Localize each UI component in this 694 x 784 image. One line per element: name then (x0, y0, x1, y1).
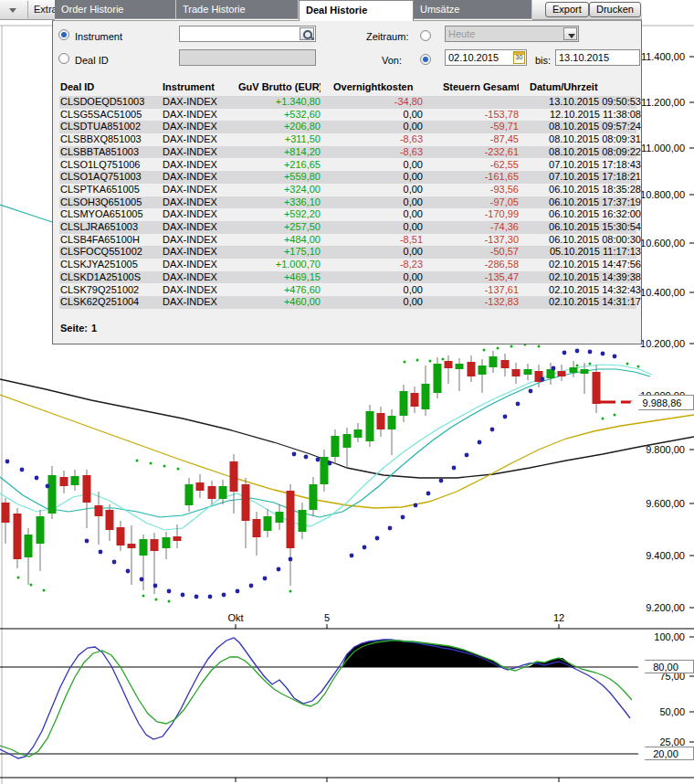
cell: -135,47 (443, 271, 519, 284)
table-row[interactable]: CLSMYOA651005DAX-INDEX+592,200,00-170,99… (59, 208, 636, 221)
column-header[interactable]: Deal ID (60, 81, 161, 94)
table-row[interactable]: CLSBBXQ851003DAX-INDEX+311,50-8,63-87,45… (59, 133, 636, 146)
tab-trade-historie[interactable]: Trade Historie (176, 0, 299, 19)
cell: 0,00 (333, 121, 423, 133)
cell: CLSOH3Q651005 (60, 196, 161, 209)
indicator-axis-label: 25,00 (630, 736, 685, 747)
deal-id-input[interactable] (179, 49, 316, 66)
table-row[interactable]: CLSDOEQD51003DAX-INDEX+1.340,80-34,8013.… (59, 96, 636, 109)
deal-id-radio[interactable] (58, 53, 69, 64)
table-row[interactable]: CLSK62Q251004DAX-INDEX+460,000,00-132,83… (59, 296, 636, 309)
instrument-radio[interactable] (58, 29, 69, 40)
cell: +532,60 (238, 109, 321, 122)
cell: 06.10.2015 17:37:19 (530, 196, 641, 209)
indicator-80-value: 80,00 (653, 662, 678, 673)
toolbar-dropdown-button[interactable] (0, 1, 28, 18)
column-header[interactable]: GuV Brutto (EUR) (238, 81, 321, 94)
table-row[interactable]: CLSO1AQ751003DAX-INDEX+559,800,00-161,65… (59, 171, 636, 184)
drucken-button[interactable]: Drucken (589, 2, 641, 17)
cell: -153,78 (443, 109, 519, 122)
cell: +1.000,70 (238, 259, 321, 271)
cell: DAX-INDEX (163, 271, 236, 284)
cell: 0,00 (333, 246, 423, 259)
von-label: Von: (382, 55, 402, 66)
cell: CLSDOEQD51003 (60, 96, 161, 109)
cell: 0,00 (333, 296, 423, 309)
cell: +484,00 (238, 234, 321, 247)
table-row[interactable]: CLSO1LQ751006DAX-INDEX+216,650,00-62,550… (59, 159, 636, 172)
cell: 06.10.2015 15:30:54 (530, 221, 641, 234)
table-row[interactable]: CLSLJRA651003DAX-INDEX+257,500,00-74,360… (59, 221, 636, 234)
zeitraum-value: Heute (448, 28, 475, 39)
table-row[interactable]: CLSB4FA65100HDAX-INDEX+484,00-8,51-137,3… (59, 234, 636, 247)
von-radio[interactable] (420, 54, 431, 65)
cell: CLSB4FA65100H (60, 234, 161, 247)
cell: 0,00 (333, 221, 423, 234)
pager-label: Seite: (60, 323, 88, 334)
search-button[interactable] (300, 27, 314, 40)
cell: 07.10.2015 17:18:43 (530, 159, 641, 172)
bis-label: bis: (535, 55, 551, 66)
cell: -97,05 (443, 196, 519, 209)
cell: 0,00 (333, 184, 423, 196)
cell: 0,00 (333, 208, 423, 221)
tab-order-historie[interactable]: Order Historie (55, 0, 176, 19)
table-row[interactable]: CLSOH3Q651005DAX-INDEX+336,100,00-97,050… (59, 196, 636, 209)
cell: 08.10.2015 08:09:31 (530, 133, 641, 146)
table-row[interactable]: CLSKJYA251005DAX-INDEX+1.000,70-8,23-286… (59, 259, 636, 271)
table-header-row: Deal IDInstrumentGuV Brutto (EUR)Overnig… (59, 81, 636, 94)
cell: 0,00 (333, 159, 423, 172)
zeitraum-select[interactable]: Heute (445, 26, 579, 42)
cell: DAX-INDEX (163, 221, 236, 234)
cell: CLSBBTA851003 (60, 146, 161, 159)
cell: +469,15 (238, 271, 321, 284)
table-row[interactable]: CLSKD1A25100SDAX-INDEX+469,150,00-135,47… (59, 271, 636, 284)
cell: DAX-INDEX (163, 234, 236, 247)
zeitraum-label: Zeitraum: (366, 31, 408, 42)
table-row[interactable]: CLSG5SAC51005DAX-INDEX+532,600,00-153,78… (59, 109, 636, 122)
indicator-axis-label: 100,00 (630, 631, 685, 642)
cell: -50,57 (443, 246, 519, 259)
tab-ums-tze[interactable]: Umsätze (414, 0, 532, 19)
cell: DAX-INDEX (163, 184, 236, 196)
cell: 0,00 (333, 284, 423, 297)
calendar-icon[interactable]: 30 (513, 51, 525, 64)
cell: 02.10.2015 14:39:38 (530, 271, 641, 284)
cell: CLSPTKA651005 (60, 184, 161, 196)
cell: -59,71 (443, 121, 519, 133)
cell: DAX-INDEX (163, 196, 236, 209)
cell: CLSK79Q251002 (60, 284, 161, 297)
price-axis-label: 9.400,00 (630, 550, 685, 561)
table-row[interactable]: CLSFOCQ551002DAX-INDEX+175,100,00-50,570… (59, 246, 636, 259)
table-row[interactable]: CLSK79Q251002DAX-INDEX+476,600,00-137,61… (59, 284, 636, 297)
cell: CLSDTUA851002 (60, 121, 161, 133)
cell: CLSMYOA651005 (60, 208, 161, 221)
cell: CLSFOCQ551002 (60, 246, 161, 259)
tab-deal-historie[interactable]: Deal Historie (299, 0, 414, 21)
cell: CLSG5SAC51005 (60, 109, 161, 122)
toolbar-strip: Extras (0, 0, 55, 20)
indicator-axis-label: 50,00 (630, 706, 685, 717)
deal-id-label: Deal ID (75, 55, 109, 66)
column-header[interactable]: Steuern Gesamt (443, 81, 519, 94)
cell: 05.10.2015 11:17:13 (530, 246, 641, 259)
indicator-20-value: 20,00 (653, 748, 678, 759)
date-axis-label: 12 (541, 612, 577, 623)
table-row[interactable]: CLSDTUA851002DAX-INDEX+206,800,00-59,710… (59, 121, 636, 133)
indicator-80-tag: 80,00 (637, 660, 694, 673)
cell: 0,00 (333, 109, 423, 122)
column-header[interactable]: Instrument (163, 81, 236, 94)
cell: -74,36 (443, 221, 519, 234)
instrument-search-input[interactable] (179, 26, 316, 42)
calendar-day: 30 (516, 54, 523, 60)
cell: +206,80 (238, 121, 321, 133)
cell: -62,55 (443, 159, 519, 172)
bis-date-input[interactable]: 13.10.2015 (555, 49, 640, 66)
table-row[interactable]: CLSBBTA851003DAX-INDEX+814,20-8,63-232,6… (59, 146, 636, 159)
export-button[interactable]: Export (545, 2, 589, 17)
zeitraum-radio[interactable] (420, 30, 431, 41)
zeitraum-dropdown-button[interactable] (563, 27, 577, 40)
column-header[interactable]: Datum/Uhrzeit (530, 81, 641, 94)
table-row[interactable]: CLSPTKA651005DAX-INDEX+324,000,00-93,560… (59, 184, 636, 196)
column-header[interactable]: Overnightkosten (333, 81, 423, 94)
